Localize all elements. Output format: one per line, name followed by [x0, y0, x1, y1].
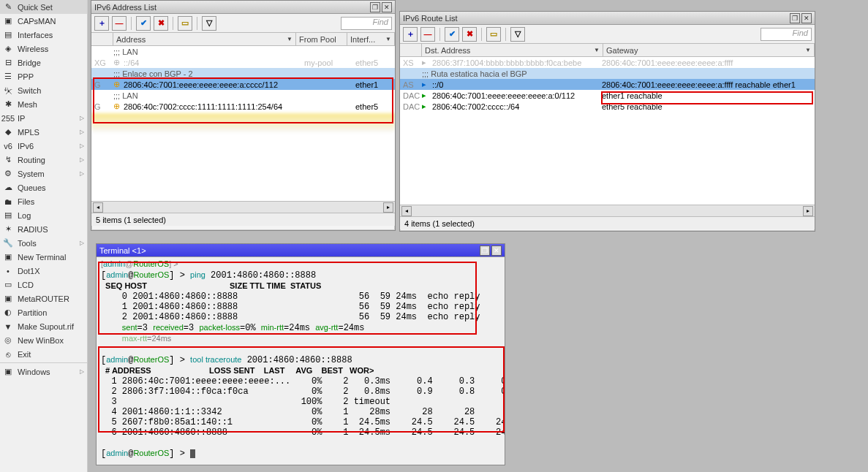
menu-windows[interactable]: ▣Windows▷ [0, 365, 87, 378]
menu-newterm[interactable]: ▣New Terminal [0, 250, 87, 264]
menu-mpls[interactable]: ◆MPLS▷ [0, 125, 87, 139]
menu-routing[interactable]: ↯Routing▷ [0, 153, 87, 167]
table-row[interactable]: ;;; Ruta estatica hacia el BGP [400, 68, 815, 79]
menu-label: Interfaces [18, 31, 53, 39]
menu-mesh[interactable]: ✱Mesh [0, 97, 87, 111]
menu-exit[interactable]: ⎋Exit [0, 347, 87, 361]
menu-label: PPP [18, 72, 34, 81]
close-icon[interactable]: ✕ [491, 245, 502, 256]
restore-icon[interactable]: ❐ [790, 13, 800, 23]
menu-bridge[interactable]: ⊟Bridge [0, 56, 87, 69]
menu-label: Windows [18, 368, 50, 376]
menu-label: System [18, 170, 45, 178]
table-row[interactable]: ;;; LAN [91, 46, 395, 57]
find-input[interactable]: Find [341, 17, 392, 30]
menu-files[interactable]: 🖿Files [0, 194, 87, 208]
menu-label: Dot1X [18, 267, 40, 275]
menu-metarouter[interactable]: ▣MetaROUTER [0, 292, 87, 305]
menu-wireless[interactable]: ◈Wireless [0, 42, 87, 56]
table-row[interactable]: XS▸2806:3f7:1004:bbbb:bbbb:bbbb:f0ca:beb… [400, 57, 815, 68]
scroll-left-icon[interactable]: ◂ [401, 206, 412, 216]
menu-label: Queues [18, 183, 46, 192]
exit-icon: ⎋ [3, 349, 13, 359]
menu-lcd[interactable]: ▭LCD [0, 278, 87, 292]
table-row[interactable]: AS▸::/02806:40c:7001:eeee:eeee:eeee:a:ff… [400, 79, 815, 90]
filter-button[interactable]: ▽ [202, 16, 216, 31]
route-rows[interactable]: XS▸2806:3f7:1004:bbbb:bbbb:bbbb:f0ca:beb… [400, 57, 815, 205]
enable-button[interactable]: ✔ [445, 27, 459, 42]
filter-button[interactable]: ▽ [510, 27, 525, 42]
submenu-arrow-icon: ▷ [80, 115, 84, 121]
tools-icon: 🔧 [3, 238, 13, 248]
col-frompool[interactable]: From Pool [296, 33, 347, 45]
add-button[interactable]: ＋ [94, 16, 109, 31]
menu-label: Bridge [18, 58, 41, 67]
menu-newwinbox[interactable]: ◎New WinBox [0, 333, 87, 347]
submenu-arrow-icon: ▷ [80, 368, 84, 375]
remove-button[interactable]: — [112, 16, 127, 31]
menu-radius[interactable]: ✶RADIUS [0, 222, 87, 236]
table-row[interactable]: ;;; Enlace con BGP - 2 [91, 68, 395, 79]
titlebar-terminal[interactable]: Terminal <1> ❐ ✕ [97, 244, 505, 257]
enable-button[interactable]: ✔ [136, 16, 151, 31]
col-interface[interactable]: Interf...▼ [347, 33, 395, 45]
col-dst[interactable]: Dst. Address▼ [422, 44, 603, 56]
table-row[interactable]: ;;; LAN [91, 90, 395, 101]
menu-capsman[interactable]: ▣CAPsMAN [0, 14, 87, 28]
ip-icon: 255 [3, 113, 13, 123]
menu-label: CAPsMAN [18, 17, 56, 26]
route-scrollbar[interactable]: ◂ ▸ [400, 205, 815, 216]
scroll-right-icon[interactable]: ▸ [383, 202, 393, 213]
menu-tools[interactable]: 🔧Tools▷ [0, 236, 87, 250]
partition-icon: ◐ [3, 308, 13, 318]
table-row[interactable]: G⊕2806:40c:7002:cccc:1111:1111:1111:254/… [91, 101, 395, 112]
menu-quickset[interactable]: ✎Quick Set [0, 0, 87, 14]
restore-icon[interactable]: ❐ [370, 2, 380, 12]
queues-icon: ☁ [3, 183, 13, 193]
disable-button[interactable]: ✖ [462, 27, 477, 42]
menu-ip[interactable]: 255IP▷ [0, 111, 87, 125]
menu-label: Files [18, 197, 34, 206]
menu-label: Make Supout.rif [18, 322, 74, 331]
log-icon: ▤ [3, 210, 13, 221]
col-gateway[interactable]: Gateway▼ [603, 44, 815, 56]
col-address[interactable]: Address▼ [113, 33, 296, 45]
menu-dot1x[interactable]: •Dot1X [0, 264, 87, 278]
table-row[interactable]: DAC▸2806:40c:7001:eeee:eeee:eeee:a:0/112… [400, 90, 815, 101]
wireless-icon: ◈ [3, 44, 13, 54]
scroll-left-icon[interactable]: ◂ [93, 202, 103, 213]
route-status: 4 items (1 selected) [400, 216, 815, 229]
menu-log[interactable]: ▤Log [0, 208, 87, 222]
comment-button[interactable]: ▭ [178, 16, 192, 31]
menu-ppp[interactable]: ☰PPP [0, 69, 87, 83]
find-input[interactable]: Find [761, 28, 812, 41]
close-icon[interactable]: ✕ [801, 13, 812, 23]
menu-queues[interactable]: ☁Queues [0, 180, 87, 194]
scroll-right-icon[interactable]: ▸ [803, 206, 813, 216]
table-row[interactable]: DAC▸2806:40c:7002:cccc::/64ether5 reacha… [400, 101, 815, 112]
titlebar-addr[interactable]: IPv6 Address List ❐ ✕ [91, 1, 395, 14]
disable-button[interactable]: ✖ [154, 16, 168, 31]
add-button[interactable]: ＋ [403, 27, 418, 42]
terminal-window: Terminal <1> ❐ ✕ [admin@RouterOS] > [adm… [96, 243, 505, 465]
menu-ipv6[interactable]: v6IPv6▷ [0, 139, 87, 153]
close-icon[interactable]: ✕ [382, 2, 392, 12]
title-text: Terminal <1> [99, 246, 146, 255]
menu-label: Tools [18, 239, 37, 248]
menu-system[interactable]: ⚙System▷ [0, 167, 87, 180]
addr-rows[interactable]: ;;; LANXG⊕::/64my-poolether5;;; Enlace c… [91, 46, 395, 201]
menu-switch[interactable]: ⏧Switch [0, 83, 87, 97]
table-row[interactable]: XG⊕::/64my-poolether5 [91, 57, 395, 68]
comment-button[interactable]: ▭ [486, 27, 501, 42]
titlebar-route[interactable]: IPv6 Route List ❐ ✕ [400, 12, 815, 25]
menu-label: RADIUS [18, 225, 48, 234]
menu-interfaces[interactable]: ▤Interfaces [0, 28, 87, 42]
menu-partition[interactable]: ◐Partition [0, 305, 87, 319]
addr-scrollbar[interactable]: ◂ ▸ [91, 201, 395, 213]
menu-supout[interactable]: ▼Make Supout.rif [0, 319, 87, 333]
table-row[interactable]: G⊕2806:40c:7001:eeee:eeee:eeee:a:cccc/11… [91, 79, 395, 90]
terminal-body[interactable]: [admin@RouterOS] > [admin@RouterOS] > pi… [97, 257, 505, 465]
restore-icon[interactable]: ❐ [480, 245, 490, 256]
newwinbox-icon: ◎ [3, 335, 13, 346]
remove-button[interactable]: — [420, 27, 435, 42]
